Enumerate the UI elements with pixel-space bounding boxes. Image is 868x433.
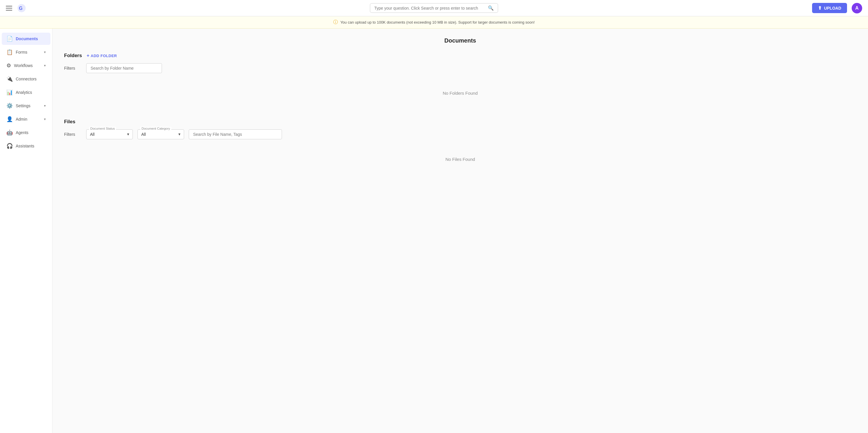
sidebar-item-admin[interactable]: 👤 Admin ▾ (2, 113, 51, 125)
folders-section-header: Folders + ADD FOLDER (64, 53, 856, 59)
chevron-workflows-icon: ▾ (44, 64, 46, 68)
sidebar-label-settings: Settings (16, 103, 41, 108)
sidebar-item-agents[interactable]: 🤖 Agents (2, 126, 51, 139)
upload-icon: ⬆ (818, 5, 822, 11)
main-content: Documents Folders + ADD FOLDER Filters N… (53, 29, 868, 433)
folders-filter-label: Filters (64, 66, 82, 70)
topbar: G 🔍 ⬆ UPLOAD A (0, 0, 868, 16)
search-input[interactable] (374, 6, 486, 10)
sidebar-label-agents: Agents (16, 130, 46, 135)
add-folder-button[interactable]: + ADD FOLDER (87, 53, 117, 58)
add-folder-label: ADD FOLDER (91, 54, 117, 58)
sidebar-item-documents[interactable]: 📄 Documents (2, 33, 51, 45)
search-icon[interactable]: 🔍 (488, 5, 494, 11)
chevron-admin-icon: ▾ (44, 117, 46, 121)
doc-category-label: Document Category (141, 127, 171, 130)
agents-icon: 🤖 (6, 129, 13, 136)
plus-icon: + (87, 53, 89, 58)
assistants-icon: 🎧 (6, 143, 13, 149)
sidebar-label-documents: Documents (16, 36, 46, 41)
doc-category-select[interactable]: All (137, 129, 184, 139)
admin-icon: 👤 (6, 116, 13, 122)
doc-status-wrapper: Document Status All Active Inactive ▼ (86, 129, 133, 139)
sidebar-item-forms[interactable]: 📋 Forms ▾ (2, 46, 51, 58)
sidebar-item-analytics[interactable]: 📊 Analytics (2, 86, 51, 98)
layout: 📄 Documents 📋 Forms ▾ ⚙ Workflows ▾ 🔌 Co… (0, 29, 868, 433)
upload-button[interactable]: ⬆ UPLOAD (812, 3, 847, 13)
chevron-forms-icon: ▾ (44, 50, 46, 54)
sidebar-item-connectors[interactable]: 🔌 Connectors (2, 73, 51, 85)
topbar-actions: ⬆ UPLOAD A (812, 3, 862, 13)
sidebar-label-assistants: Assistants (16, 144, 46, 148)
page-title: Documents (64, 37, 856, 44)
menu-icon[interactable] (6, 6, 12, 10)
sidebar-label-connectors: Connectors (16, 76, 46, 81)
sidebar-item-assistants[interactable]: 🎧 Assistants (2, 140, 51, 152)
file-search-input[interactable] (189, 129, 282, 139)
doc-category-wrapper: Document Category All ▼ (137, 129, 184, 139)
folders-empty-state: No Folders Found (64, 79, 856, 107)
forms-icon: 📋 (6, 49, 13, 55)
sidebar-item-workflows[interactable]: ⚙ Workflows ▾ (2, 59, 51, 72)
sidebar-label-analytics: Analytics (16, 90, 46, 95)
sidebar-item-settings[interactable]: ⚙️ Settings ▾ (2, 100, 51, 112)
connectors-icon: 🔌 (6, 76, 13, 82)
folders-section-title: Folders (64, 53, 82, 59)
workflows-icon: ⚙ (6, 62, 11, 69)
sidebar: 📄 Documents 📋 Forms ▾ ⚙ Workflows ▾ 🔌 Co… (0, 29, 53, 433)
upload-label: UPLOAD (824, 6, 841, 10)
files-filter-label: Filters (64, 132, 82, 137)
chevron-settings-icon: ▾ (44, 104, 46, 108)
files-section: Files Filters Document Status All Active… (64, 119, 856, 174)
doc-status-label: Document Status (89, 127, 116, 130)
files-empty-state: No Files Found (64, 145, 856, 174)
analytics-icon: 📊 (6, 89, 13, 96)
doc-status-select[interactable]: All Active Inactive (86, 129, 133, 139)
search-bar[interactable]: 🔍 (370, 3, 498, 13)
files-section-header: Files (64, 119, 856, 125)
settings-icon: ⚙️ (6, 102, 13, 109)
documents-icon: 📄 (6, 35, 13, 42)
folders-section: Folders + ADD FOLDER Filters No Folders … (64, 53, 856, 107)
svg-text:G: G (19, 6, 23, 11)
logo: G (17, 3, 26, 13)
sidebar-label-admin: Admin (16, 117, 41, 122)
sidebar-label-workflows: Workflows (14, 63, 41, 68)
folders-filters-row: Filters (64, 63, 856, 73)
info-banner: ⓘ You can upload up to 100K documents (n… (0, 16, 868, 29)
avatar[interactable]: A (852, 3, 862, 13)
sidebar-label-forms: Forms (16, 50, 41, 55)
folder-search-input[interactable] (86, 63, 162, 73)
files-section-title: Files (64, 119, 75, 125)
files-filters-row: Filters Document Status All Active Inact… (64, 129, 856, 139)
banner-message: You can upload up to 100K documents (not… (340, 20, 534, 25)
info-icon: ⓘ (333, 19, 338, 25)
